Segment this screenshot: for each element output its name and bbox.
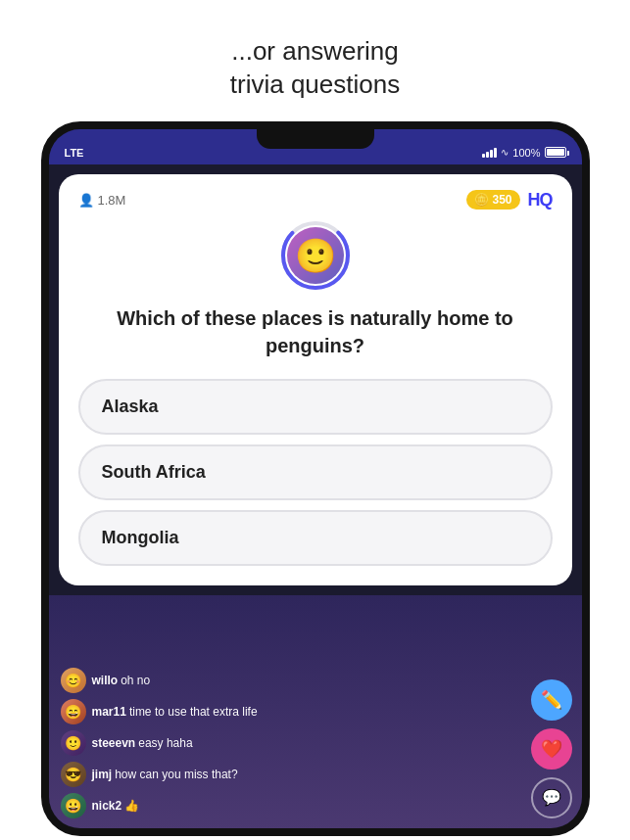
host-ring-svg [280, 220, 351, 291]
chat-username: mar11 [92, 705, 126, 719]
list-item: 🙂 steeevneasy haha [61, 730, 570, 756]
answer-option-3[interactable]: Mongolia [78, 510, 553, 566]
list-item: 😎 jimjhow can you miss that? [61, 762, 570, 787]
chat-icon: 💬 [542, 788, 561, 807]
chat-username: steeevn [92, 736, 136, 750]
avatar: 😎 [61, 762, 86, 787]
chat-text: nick2👍 [92, 799, 140, 813]
lte-label: LTE [65, 147, 84, 159]
title-line-2: trivia questions [230, 69, 400, 102]
erase-icon: ✏️ [541, 689, 562, 711]
chat-message-body: how can you miss that? [115, 768, 237, 781]
chat-message-body: 👍 [124, 799, 139, 813]
battery-icon [545, 147, 566, 158]
device-frame: LTE ∿ 100% 👤 1.8M [41, 121, 590, 836]
chat-messages: 😊 willooh no 😄 mar11time to use that ext… [61, 668, 570, 818]
chat-text: steeevneasy haha [92, 736, 193, 750]
chat-username: jimj [92, 768, 113, 781]
host-container: 🙂 [78, 220, 553, 291]
question-text: Which of these places is naturally home … [78, 304, 553, 359]
avatar: 🙂 [61, 730, 86, 756]
page-title-area: ...or answering trivia questions [230, 35, 400, 102]
host-ring: 🙂 [280, 220, 351, 291]
erase-button[interactable]: ✏️ [531, 679, 572, 721]
avatar: 😀 [61, 793, 86, 818]
avatar: 😄 [61, 699, 86, 724]
quiz-card: 👤 1.8M 🪙 350 HQ [59, 174, 572, 585]
wifi-icon: ∿ [501, 147, 509, 158]
notch [257, 129, 374, 149]
answers-list: Alaska South Africa Mongolia [78, 379, 553, 566]
list-item: 😊 willooh no [61, 668, 570, 693]
chat-text: willooh no [92, 674, 151, 687]
svg-point-1 [283, 223, 348, 288]
chat-message-body: oh no [121, 674, 150, 687]
coins-value: 350 [492, 193, 511, 207]
chat-message-body: easy haha [138, 736, 192, 750]
heart-button[interactable]: ❤️ [531, 728, 572, 770]
list-item: 😄 mar11time to use that extra life [61, 699, 570, 724]
chat-text: jimjhow can you miss that? [92, 768, 238, 781]
chat-username: willo [92, 674, 119, 687]
answer-option-2[interactable]: South Africa [78, 444, 553, 500]
coin-icon: 🪙 [474, 193, 489, 207]
card-header: 👤 1.8M 🪙 350 HQ [78, 190, 553, 210]
viewers-label: 1.8M [98, 193, 126, 208]
status-right: ∿ 100% [482, 147, 565, 159]
heart-icon: ❤️ [541, 738, 562, 760]
coins-badge: 🪙 350 [466, 190, 519, 210]
chat-username: nick2 [92, 799, 122, 813]
signal-icon [482, 148, 497, 158]
list-item: 😀 nick2👍 [61, 793, 570, 818]
avatar: 😊 [61, 668, 86, 693]
viewers-count: 👤 1.8M [78, 193, 126, 208]
fab-buttons: ✏️ ❤️ 💬 [531, 679, 572, 818]
device-content: 👤 1.8M 🪙 350 HQ [49, 164, 582, 828]
chat-area: 😊 willooh no 😄 mar11time to use that ext… [49, 595, 582, 828]
viewers-icon: 👤 [78, 193, 94, 208]
answer-option-1[interactable]: Alaska [78, 379, 553, 435]
title-line-1: ...or answering [230, 35, 400, 69]
battery-percent: 100% [512, 147, 540, 159]
chat-text: mar11time to use that extra life [92, 705, 258, 719]
hq-logo: HQ [528, 190, 553, 210]
chat-button[interactable]: 💬 [531, 777, 572, 818]
chat-message-body: time to use that extra life [129, 705, 258, 719]
header-right: 🪙 350 HQ [466, 190, 552, 210]
